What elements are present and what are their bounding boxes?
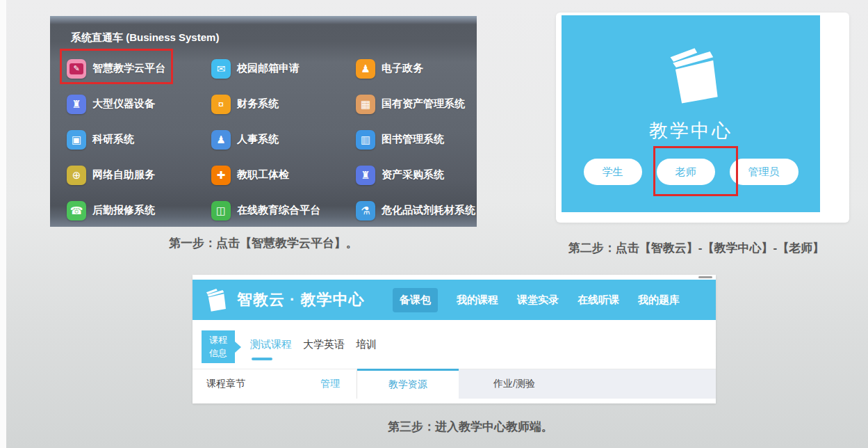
app-item[interactable]: ☎后勤报修系统 <box>67 201 211 221</box>
app-item[interactable]: ✉校园邮箱申请 <box>211 59 356 79</box>
app-label: 科研系统 <box>92 133 134 146</box>
course-tab[interactable]: 测试课程 <box>250 338 292 351</box>
app-label: 图书管理系统 <box>382 133 444 146</box>
app-label: 大型仪器设备 <box>92 97 155 111</box>
app-item[interactable]: ♜大型仪器设备 <box>67 95 211 114</box>
flask-icon: ⚗ <box>356 201 375 221</box>
course-info-badge: 课程 信息 <box>202 330 235 363</box>
nav-item[interactable]: 我的题库 <box>638 294 680 307</box>
app-item[interactable]: ▣科研系统 <box>67 130 211 150</box>
globe-icon: ⊕ <box>67 166 86 185</box>
teacher-button[interactable]: 老师 <box>657 159 715 185</box>
chapter-title: 课程章节 <box>206 378 245 390</box>
book-logo-icon <box>201 287 229 313</box>
app-label: 资产采购系统 <box>382 168 444 182</box>
open-book-icon: ◫ <box>211 201 231 221</box>
student-button[interactable]: 学生 <box>584 159 642 185</box>
teaching-center-card: 教学中心 学生老师管理员 <box>556 13 849 223</box>
books-icon: ▥ <box>356 130 375 150</box>
app-label: 在线教育综合平台 <box>237 204 320 217</box>
content-tab[interactable]: 作业/测验 <box>459 369 716 399</box>
app-label: 人事系统 <box>237 133 279 146</box>
health-badge-icon: ✚ <box>211 166 231 185</box>
chapter-cell: 课程章节 管理 <box>193 369 357 399</box>
content-tab-row: 课程章节 管理 教学资源作业/测验 <box>193 369 716 399</box>
nav-item[interactable]: 课堂实录 <box>517 294 559 307</box>
course-tab[interactable]: 大学英语 <box>303 338 345 351</box>
app-label: 电子政务 <box>382 62 423 75</box>
step1-caption: 第一步：点击【智慧教学云平台】。 <box>50 235 477 251</box>
business-system-panel: 系统直通车 (Business System) ✎智慧教学云平台✉校园邮箱申请♟… <box>50 16 477 227</box>
instrument-icon: ♜ <box>67 95 86 114</box>
course-info-bar: 课程 信息 测试课程大学英语培训 <box>193 320 716 369</box>
scrollbar-fragment[interactable] <box>698 276 712 278</box>
app-item[interactable]: ♟电子政务 <box>356 59 475 79</box>
course-tab[interactable]: 培训 <box>356 338 377 351</box>
course-tabs: 测试课程大学英语培训 <box>250 320 377 369</box>
app-label: 智慧教学云平台 <box>92 62 165 75</box>
badge-line: 信息 <box>209 347 227 360</box>
mail-icon: ✉ <box>211 59 231 79</box>
step2-caption: 第二步：点击【智教云】-【教学中心】-【老师】 <box>543 240 849 256</box>
admin-button[interactable]: 管理员 <box>730 159 799 185</box>
main-nav: 备课包我的课程课堂实录在线听课我的题库 <box>393 280 680 320</box>
portal-brand: 智教云 · 教学中心 <box>237 289 365 310</box>
person-icon: ♟ <box>356 59 375 79</box>
person-icon: ♟ <box>211 130 231 150</box>
app-label: 危化品试剂耗材系统 <box>382 204 475 217</box>
app-item[interactable]: ▦国有资产管理系统 <box>356 95 475 114</box>
teacher-portal-panel: 智教云 · 教学中心 备课包我的课程课堂实录在线听课我的题库 课程 信息 测试课… <box>193 275 716 403</box>
app-label: 网络自助服务 <box>92 168 155 182</box>
app-label: 校园邮箱申请 <box>237 62 300 75</box>
card-title: 教学中心 <box>562 118 820 143</box>
portal-header: 智教云 · 教学中心 备课包我的课程课堂实录在线听课我的题库 <box>193 280 716 320</box>
app-item[interactable]: ⊕网络自助服务 <box>67 166 211 185</box>
app-item[interactable]: ▥图书管理系统 <box>356 130 475 150</box>
nav-item[interactable]: 我的课程 <box>457 294 498 307</box>
content-tab[interactable]: 教学资源 <box>357 369 459 399</box>
teaching-center-tile[interactable]: 教学中心 学生老师管理员 <box>562 15 820 212</box>
book-logo-icon <box>659 43 723 107</box>
nav-item[interactable]: 备课包 <box>393 288 438 312</box>
app-item[interactable]: ¤财务系统 <box>211 95 356 114</box>
app-label: 教职工体检 <box>237 168 289 182</box>
app-label: 后勤报修系统 <box>92 204 155 217</box>
app-item[interactable]: ⚗危化品试剂耗材系统 <box>356 201 475 221</box>
role-buttons: 学生老师管理员 <box>562 159 820 185</box>
tower-icon: ♜ <box>356 166 375 185</box>
monitor-pen-icon: ✎ <box>67 59 86 79</box>
app-item[interactable]: ◫在线教育综合平台 <box>211 201 356 221</box>
badge-line: 课程 <box>209 334 227 347</box>
monitor-icon: ▣ <box>67 130 86 150</box>
page-left-margin <box>0 0 6 448</box>
system-grid: ✎智慧教学云平台✉校园邮箱申请♟电子政务♜大型仪器设备¤财务系统▦国有资产管理系… <box>67 51 471 227</box>
app-item[interactable]: ✎智慧教学云平台 <box>67 59 211 79</box>
app-label: 财务系统 <box>237 97 279 111</box>
app-item[interactable]: ✚教职工体检 <box>211 166 356 185</box>
panel-title: 系统直通车 (Business System) <box>71 31 219 45</box>
step3-caption: 第三步：进入教学中心教师端。 <box>193 419 748 435</box>
manage-link[interactable]: 管理 <box>320 378 340 390</box>
nav-item[interactable]: 在线听课 <box>578 294 619 307</box>
monitor-pen-icon: ✎ <box>69 63 83 74</box>
phone-icon: ☎ <box>67 201 86 221</box>
coin-hand-icon: ¤ <box>211 95 231 114</box>
app-label: 国有资产管理系统 <box>382 97 465 111</box>
calendar-icon: ▦ <box>356 95 375 114</box>
app-item[interactable]: ♜资产采购系统 <box>356 166 475 185</box>
app-item[interactable]: ♟人事系统 <box>211 130 356 150</box>
